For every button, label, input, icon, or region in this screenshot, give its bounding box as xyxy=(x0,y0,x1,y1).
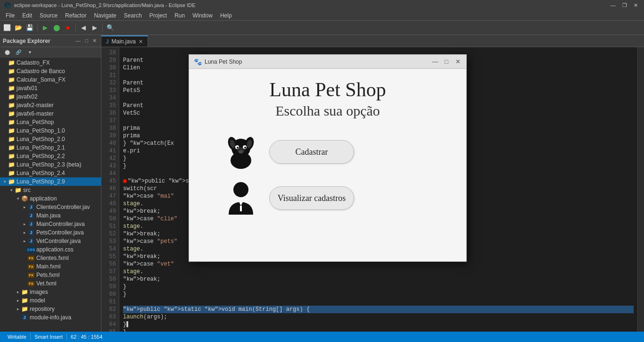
tree-item[interactable]: FXPets.fxml xyxy=(0,271,101,279)
toolbar-debug-button[interactable]: ⬤ xyxy=(51,23,62,33)
tree-item[interactable]: 📁Cadastro de Banco xyxy=(0,67,101,75)
panel-collapse-button[interactable]: ⬤ xyxy=(2,47,12,58)
panel-menu-button[interactable]: ▾ xyxy=(25,47,35,58)
tree-item[interactable]: Jmodule-info.java xyxy=(0,313,101,322)
maximize-button[interactable]: ❐ xyxy=(620,2,629,8)
svg-rect-13 xyxy=(240,206,242,211)
tree-item[interactable]: ▸JVetController.java xyxy=(0,237,101,245)
folder-icon: 📁 xyxy=(15,187,22,193)
tree-item[interactable]: 📁Luna_PetShop_2.1 xyxy=(0,143,101,152)
menu-help[interactable]: Help xyxy=(216,11,236,20)
fw-minimize-button[interactable]: — xyxy=(431,58,439,66)
tree-label: Clientes.fxml xyxy=(36,255,69,261)
toolbar-forward-button[interactable]: ▶ xyxy=(90,23,100,33)
toolbar-save-button[interactable]: 💾 xyxy=(25,23,35,33)
tree-label: javafx01 xyxy=(17,85,38,92)
menu-source[interactable]: Source xyxy=(36,11,61,20)
tree-item[interactable]: ▸📁images xyxy=(0,288,101,296)
fw-maximize-button[interactable]: □ xyxy=(443,58,450,66)
status-writable: Writable xyxy=(4,334,30,340)
tree-item[interactable]: 📁Calcular_Soma_FX xyxy=(0,75,101,84)
menu-edit[interactable]: Edit xyxy=(18,11,36,20)
line-number: 56 xyxy=(101,260,116,268)
floating-window[interactable]: 🐾 Luna Pet Shop — □ ✕ Luna Pet Shop Esco… xyxy=(189,54,467,262)
menu-run[interactable]: Run xyxy=(171,11,189,20)
tree-icon: 📁 xyxy=(8,161,15,168)
tree-item[interactable]: 📁javafx2-master xyxy=(0,101,101,109)
tree-indent xyxy=(0,306,15,312)
code-line: }▌ xyxy=(123,321,634,328)
code-line xyxy=(123,298,634,306)
tree-item[interactable]: JMain.java xyxy=(0,211,101,220)
menu-refactor[interactable]: Refactor xyxy=(61,11,90,20)
tree-arrow-icon: ▸ xyxy=(22,222,27,226)
fw-close-button[interactable]: ✕ xyxy=(454,58,462,66)
tree-item[interactable]: ▾📁Luna_PetShop_2.9 xyxy=(0,177,101,186)
tree-label: Cadastro_FX xyxy=(17,59,50,66)
toolbar-stop-button[interactable]: ■ xyxy=(63,23,73,33)
tree-item[interactable]: ▸JClientesController.jav xyxy=(0,203,101,211)
menu-project[interactable]: Project xyxy=(146,11,171,20)
tree-icon: 📁 xyxy=(8,127,15,134)
tree-item[interactable]: 📁Luna_PetShop_2.2 xyxy=(0,152,101,160)
panel-maximize-button[interactable]: □ xyxy=(83,37,90,44)
line-numbers: 2829303132333435363738394041424344454647… xyxy=(101,47,119,332)
close-button[interactable]: ✕ xyxy=(631,2,640,8)
tree-item[interactable]: ▸JMainController.java xyxy=(0,220,101,228)
tree-item[interactable]: FXMain.fxml xyxy=(0,262,101,271)
folder-icon: 📁 xyxy=(8,178,15,185)
toolbar-run-button[interactable]: ▶ xyxy=(40,23,50,33)
tree-item[interactable]: 📁Luna_PetShop_1.0 xyxy=(0,126,101,135)
svg-point-12 xyxy=(233,182,248,197)
tree-indent xyxy=(0,85,2,92)
panel-link-button[interactable]: 🔗 xyxy=(13,47,24,58)
fw-content: Luna Pet Shop Escolha sua opção xyxy=(189,69,466,261)
tree-item[interactable]: ▸JPetsController.java xyxy=(0,228,101,237)
tree-item[interactable]: 📁javafx02 xyxy=(0,92,101,101)
toolbar-open-button[interactable]: 📂 xyxy=(13,23,24,33)
title-bar-controls[interactable]: — ❐ ✕ xyxy=(608,2,640,8)
tree-item[interactable]: ▸📁repository xyxy=(0,305,101,313)
minimize-button[interactable]: — xyxy=(608,2,618,8)
status-insert-mode: Smart Insert xyxy=(31,334,66,340)
menu-file[interactable]: File xyxy=(2,11,18,20)
fw-option-visualizar: Visualizar cadastros xyxy=(222,179,433,217)
tab-close-button[interactable]: ✕ xyxy=(139,39,143,45)
toolbar-back-button[interactable]: ◀ xyxy=(78,23,89,33)
cadastrar-button[interactable]: Cadastrar xyxy=(269,140,354,164)
panel-minimize-button[interactable]: — xyxy=(74,37,82,44)
line-number: 39 xyxy=(101,132,116,140)
tree-item[interactable]: ▾📦application xyxy=(0,194,101,203)
tree-item[interactable]: ▾📁src xyxy=(0,186,101,194)
editor-tab-main-java[interactable]: J Main.java ✕ xyxy=(101,35,148,47)
tree-item[interactable]: 📁Luna_PetShop_2.3 (beta) xyxy=(0,160,101,169)
folder-icon: 📁 xyxy=(8,76,15,83)
code-text: } xyxy=(123,328,126,332)
menu-navigate[interactable]: Navigate xyxy=(90,11,120,20)
tree-item[interactable]: FXVet.fxml xyxy=(0,279,101,288)
tree-label: Luna_PetShop_1.0 xyxy=(17,127,65,134)
tree-indent xyxy=(0,297,15,304)
panel-header: Package Explorer — □ ✕ xyxy=(0,35,101,47)
tree-item[interactable]: 📁Luna_PetShop xyxy=(0,118,101,126)
tree-item[interactable]: FXClientes.fxml xyxy=(0,254,101,262)
tree-item[interactable]: 📁Luna_PetShop_2.4 xyxy=(0,169,101,177)
java-icon: J xyxy=(29,221,33,227)
tree-item[interactable]: 📁Cadastro_FX xyxy=(0,58,101,67)
tree-item[interactable]: 📁javafx6-master xyxy=(0,109,101,118)
tree-item[interactable]: 📁javafx01 xyxy=(0,84,101,92)
java-icon: J xyxy=(29,238,33,244)
tree-item[interactable]: 📁Luna_PetShop_2.0 xyxy=(0,135,101,143)
tree-indent xyxy=(0,110,2,117)
menu-window[interactable]: Window xyxy=(189,11,216,20)
tree-item[interactable]: ▸📁model xyxy=(0,296,101,305)
tree-icon: 📁 xyxy=(14,186,22,194)
menu-search[interactable]: Search xyxy=(120,11,146,20)
panel-close-button[interactable]: ✕ xyxy=(91,37,98,44)
toolbar-sep1 xyxy=(37,24,38,32)
visualizar-button[interactable]: Visualizar cadastros xyxy=(269,186,354,210)
toolbar-new-button[interactable]: ⬜ xyxy=(2,23,12,33)
tree-indent xyxy=(0,246,22,253)
tree-item[interactable]: CSSapplication.css xyxy=(0,245,101,254)
toolbar-search-button[interactable]: 🔍 xyxy=(105,23,116,33)
